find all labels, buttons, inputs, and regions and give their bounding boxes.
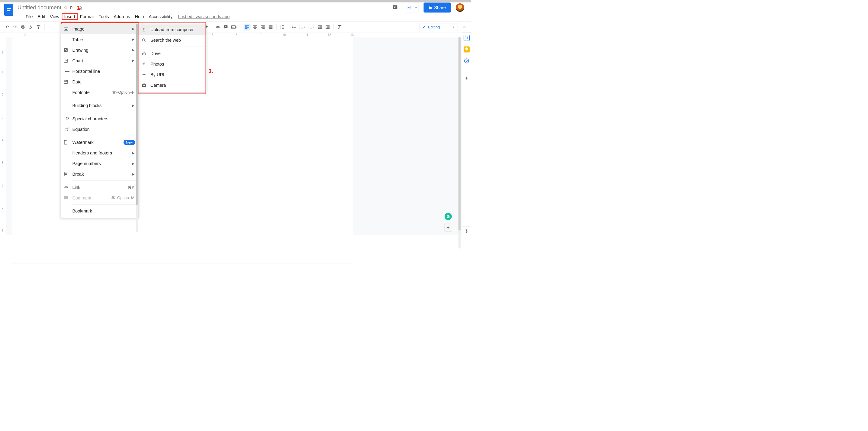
svg-rect-9 [64,27,68,31]
menu-insert[interactable]: Insert [62,13,78,20]
insert-headers-footers[interactable]: Headers and footers ▶ [61,148,138,159]
insert-building-blocks[interactable]: Building blocks ▶ [61,100,138,111]
insert-comment-button[interactable] [222,24,229,31]
checklist-button[interactable] [290,24,298,31]
svg-rect-1 [231,25,236,29]
numbered-list-button[interactable]: 123 ▾ [307,24,316,31]
insert-drawing[interactable]: Drawing ▶ [61,45,138,55]
star-icon[interactable]: ☆ [64,5,68,10]
document-title[interactable]: Untitled document [18,4,61,11]
image-icon [64,27,71,31]
image-drive[interactable]: Drive [138,48,206,59]
menu-file[interactable]: File [23,13,35,20]
align-right-button[interactable] [259,24,267,31]
caret-icon: ▾ [236,26,238,28]
move-icon[interactable] [70,6,74,9]
insert-table[interactable]: Table ▶ [61,34,138,45]
ruler-tick: 5 [2,161,4,165]
label: Upload from computer [150,27,194,32]
submenu-arrow-icon: ▶ [132,48,135,52]
insert-hrule[interactable]: — Horizontal line [61,66,138,77]
menu-tools[interactable]: Tools [96,13,112,20]
account-avatar[interactable] [456,3,464,12]
ruler-tick: 13 [350,33,354,37]
insert-dropdown: Image ▶ Table ▶ Drawing ▶ Chart ▶ — Hori… [60,22,138,218]
image-by-url[interactable]: By URL [138,69,206,80]
vertical-scrollbar[interactable] [459,37,461,249]
paint-format-button[interactable] [35,24,42,31]
annotation-3: 3. [208,68,213,75]
image-upload[interactable]: Upload from computer [138,25,206,35]
line-spacing-button[interactable] [279,24,285,31]
explore-button[interactable]: ✦ [444,224,452,231]
menu-view[interactable]: View [48,13,62,20]
insert-bookmark[interactable]: Bookmark [61,206,138,217]
insert-page-numbers[interactable]: Page numbers ▶ [61,159,138,169]
insert-image-button[interactable]: ▾ [230,24,239,31]
sidepanel-tasks[interactable] [464,58,470,64]
mode-editing-button[interactable]: Editing ▼ [419,23,458,31]
align-justify-button[interactable] [267,24,274,31]
insert-watermark[interactable]: Watermark New [61,137,138,148]
menu-addons[interactable]: Add-ons [112,13,132,20]
svg-point-4 [300,28,301,29]
grammarly-widget[interactable]: G [444,213,452,220]
redo-button[interactable]: ↷ [11,24,19,31]
sidepanel-collapse[interactable]: ❯ [462,226,471,235]
label: Headers and footers [72,150,112,156]
image-search-web[interactable]: Search the web [138,35,206,46]
present-caret-icon[interactable]: ▼ [415,6,417,9]
insert-link[interactable]: Link ⌘K [61,182,138,193]
menu-format[interactable]: Format [78,13,96,20]
undo-button[interactable]: ↶ [4,24,10,31]
svg-text:3: 3 [309,28,309,29]
insert-break[interactable]: Break ▶ [61,169,138,179]
comment-history-icon[interactable] [391,4,399,11]
drawing-icon [64,48,71,52]
insert-image[interactable]: Image ▶ [61,24,138,34]
submenu-arrow-icon: ▶ [132,172,135,176]
search-icon [142,38,149,42]
print-button[interactable] [19,24,26,31]
collapse-toolbar-button[interactable] [461,24,467,31]
insert-chart[interactable]: Chart ▶ [61,55,138,66]
submenu-arrow-icon: ▶ [132,151,135,155]
ruler-tick: 3 [2,116,4,119]
indent-decrease-button[interactable] [316,24,323,31]
watermark-icon [64,140,71,144]
ruler-tick: 9 [260,33,261,37]
insert-equation[interactable]: π² Equation [61,124,138,135]
ruler-tick: 10 [282,33,286,37]
caret-icon: ▾ [313,26,314,28]
share-label: Share [434,5,446,10]
image-photos[interactable]: Photos [138,59,206,69]
label: Comment [72,195,92,200]
submenu-arrow-icon: ▶ [132,104,135,108]
sidepanel-keep[interactable] [464,47,470,53]
align-center-button[interactable] [252,24,258,31]
clear-formatting-button[interactable] [336,24,343,31]
insert-date[interactable]: Date [61,77,138,87]
insert-special-chars[interactable]: Ω Special characters [61,113,138,124]
label: Horizontal line [72,68,100,74]
menu-edit[interactable]: Edit [35,13,48,20]
menu-help[interactable]: Help [132,13,147,20]
image-camera[interactable]: Camera [138,80,206,90]
menu-accessibility[interactable]: Accessibility [146,13,175,20]
vertical-ruler: 1 1 2 3 4 5 6 7 8 [0,33,6,235]
ruler-tick: 1 [2,51,4,54]
last-edit-link[interactable]: Last edit was seconds ago [178,14,229,19]
label: Equation [72,127,90,132]
sidepanel-calendar[interactable]: 31 [464,35,470,41]
present-button[interactable]: ▼ [404,3,418,12]
insert-link-button[interactable] [214,24,221,31]
insert-footnote[interactable]: Footnote ⌘+Option+F [61,87,138,97]
bulleted-list-button[interactable]: ▾ [299,24,307,31]
align-left-button[interactable] [244,24,251,31]
sidepanel-add[interactable]: + [464,75,470,81]
share-button[interactable]: Share [424,3,451,13]
spellcheck-button[interactable] [27,24,34,31]
indent-increase-button[interactable] [324,24,331,31]
label: Table [72,37,83,42]
keyboard-shortcut: ⌘+Option+M [111,196,134,200]
